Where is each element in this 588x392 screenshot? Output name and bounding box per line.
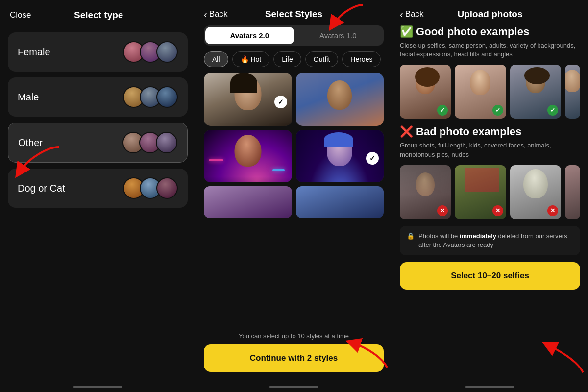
- panel3-back-label: Back: [405, 9, 424, 19]
- style-card-fantasy-fudo[interactable]: ✓ Fantasy Fūdo: [296, 130, 384, 183]
- type-item-male[interactable]: Male: [8, 77, 188, 117]
- panel2-select-styles: ‹ Back Select Styles Avatars 2.0 Avatars…: [196, 0, 392, 392]
- avatar-group-female: [123, 41, 178, 63]
- panel2-title: Select Styles: [265, 9, 322, 20]
- bad-section-title: ❌ Bad photo examples: [400, 125, 580, 138]
- type-item-dog-cat[interactable]: Dog or Cat: [8, 169, 188, 208]
- good-photo-row: ✓ ✓ ✓: [400, 65, 580, 119]
- select-selfies-button[interactable]: Select 10–20 selfies: [400, 262, 580, 290]
- tab-avatars-2[interactable]: Avatars 2.0: [205, 27, 294, 44]
- type-label-other: Other: [18, 137, 43, 148]
- panel1-title: Select type: [74, 10, 123, 21]
- bad-badge-2: ✕: [492, 205, 503, 216]
- style-card-cyberpunk[interactable]: Cyberpunk: [204, 130, 292, 183]
- panel2-back-button[interactable]: ‹ Back: [204, 9, 227, 20]
- type-item-other[interactable]: Other: [8, 122, 188, 163]
- partial-card-1: [204, 186, 292, 218]
- style-check-fantasy: ✓: [366, 152, 379, 165]
- home-indicator-p3: [466, 386, 514, 388]
- bad-photo-2: ✕: [455, 165, 506, 219]
- avatar-female-3: [156, 41, 178, 63]
- bad-badge-1: ✕: [437, 205, 448, 216]
- partial-card-2: [296, 186, 384, 218]
- panel3-title: Upload photos: [458, 9, 523, 20]
- type-list: Female Male Other: [8, 32, 188, 208]
- chevron-left-icon: ‹: [204, 9, 207, 20]
- style-card-first-grade[interactable]: First Grade: [296, 73, 384, 126]
- privacy-note: 🔒 Photos will be immediately deleted fro…: [400, 226, 580, 255]
- panel2-content: ‹ Back Select Styles Avatars 2.0 Avatars…: [196, 0, 392, 392]
- bad-photo-1: ✕: [400, 165, 451, 219]
- filter-heroes[interactable]: Heroes: [342, 51, 381, 67]
- filter-hot[interactable]: 🔥 Hot: [232, 51, 270, 67]
- avatar-male-3: [156, 86, 178, 108]
- bad-photo-row: ✕ ✕ ✕: [400, 165, 580, 219]
- upload-content: ✅ Good photo examples Close-up selfies, …: [392, 25, 588, 382]
- type-label-female: Female: [18, 47, 50, 58]
- filter-life[interactable]: Life: [273, 51, 301, 67]
- good-photo-2: ✓: [455, 65, 506, 119]
- home-indicator-p2: [270, 386, 318, 388]
- panel2-bottom: You can select up to 10 styles at a time…: [196, 327, 392, 382]
- panel2-back-label: Back: [209, 9, 228, 19]
- max-styles-hint: You can select up to 10 styles at a time: [204, 332, 384, 340]
- filter-all[interactable]: All: [204, 51, 228, 67]
- style-check-old-money: ✓: [274, 96, 287, 108]
- version-tabs: Avatars 2.0 Avatars 1.0: [204, 25, 384, 46]
- type-item-female[interactable]: Female: [8, 32, 188, 72]
- tab-avatars-1[interactable]: Avatars 1.0: [294, 27, 383, 44]
- good-section-title: ✅ Good photo examples: [400, 25, 580, 38]
- panel3-content: ‹ Back Upload photos ✅ Good photo exampl…: [392, 0, 588, 392]
- chevron-left-icon-p3: ‹: [400, 9, 403, 20]
- bad-badge-3: ✕: [547, 205, 558, 216]
- panel1-header: Close Select type: [8, 0, 188, 28]
- avatar-dog-3: [156, 177, 178, 199]
- style-partial-row: [196, 186, 392, 218]
- avatar-other-3: [156, 132, 177, 153]
- good-badge-2: ✓: [492, 105, 503, 116]
- panel1-content: Close Select type Female Male: [0, 0, 196, 392]
- type-label-dog-cat: Dog or Cat: [18, 183, 65, 194]
- style-card-old-money[interactable]: ✓ Old Money: [204, 73, 292, 126]
- good-photo-3: ✓: [510, 65, 561, 119]
- continue-button[interactable]: Continue with 2 styles: [204, 344, 384, 372]
- panel3-header: ‹ Back Upload photos: [392, 0, 588, 25]
- good-badge-1: ✓: [437, 105, 448, 116]
- panel3-back-button[interactable]: ‹ Back: [400, 9, 423, 20]
- close-button[interactable]: Close: [10, 10, 31, 20]
- filter-outfit[interactable]: Outfit: [305, 51, 338, 67]
- bad-section-desc: Group shots, full-length, kids, covered …: [400, 141, 580, 159]
- lock-icon: 🔒: [407, 232, 415, 241]
- good-section-desc: Close-up selfies, same person, adults, v…: [400, 41, 580, 59]
- bad-photo-3: ✕: [510, 165, 561, 219]
- panel3-upload-photos: ‹ Back Upload photos ✅ Good photo exampl…: [392, 0, 588, 392]
- good-photo-1: ✓: [400, 65, 451, 119]
- style-grid: ✓ Old Money First Grade: [196, 73, 392, 182]
- good-badge-3: ✓: [547, 105, 558, 116]
- filter-pills: All 🔥 Hot Life Outfit Heroes: [196, 51, 392, 73]
- privacy-text: Photos will be immediately deleted from …: [418, 232, 573, 249]
- panel1-select-type: Close Select type Female Male: [0, 0, 196, 392]
- panel2-header: ‹ Back Select Styles: [196, 0, 392, 25]
- avatar-group-male: [123, 86, 178, 108]
- avatar-group-dog-cat: [123, 177, 178, 199]
- type-label-male: Male: [18, 92, 39, 103]
- avatar-group-other: [122, 132, 177, 153]
- home-indicator-p1: [74, 386, 122, 388]
